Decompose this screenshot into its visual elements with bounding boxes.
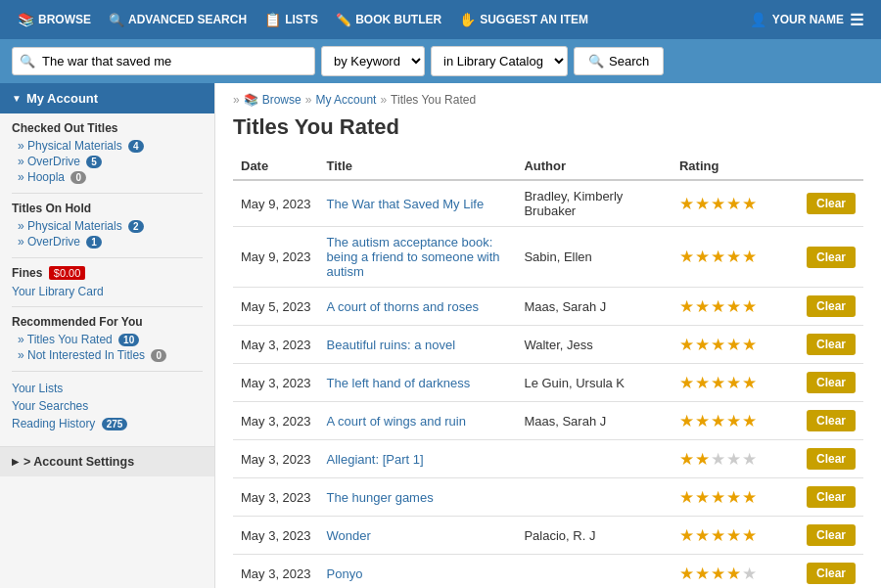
clear-button[interactable]: Clear <box>807 247 856 268</box>
title-link[interactable]: The autism acceptance book: being a frie… <box>327 235 500 279</box>
title-link[interactable]: The War that Saved My Life <box>327 197 485 211</box>
star-filled[interactable]: ★ <box>742 194 757 214</box>
sidebar-item-overdrive[interactable]: » OverDrive 5 <box>12 154 203 169</box>
star-filled[interactable]: ★ <box>742 296 757 317</box>
star-filled[interactable]: ★ <box>679 564 694 584</box>
star-empty[interactable]: ★ <box>742 564 757 584</box>
star-filled[interactable]: ★ <box>742 411 757 431</box>
search-button[interactable]: 🔍 Search <box>574 47 664 75</box>
star-filled[interactable]: ★ <box>679 194 694 214</box>
clear-button[interactable]: Clear <box>807 193 856 214</box>
star-filled[interactable]: ★ <box>726 525 741 546</box>
nav-item-lists[interactable]: 📋 LISTS <box>256 6 326 33</box>
sidebar-item-titles-rated[interactable]: » Titles You Rated 10 <box>12 332 203 347</box>
sidebar-item-not-interested[interactable]: » Not Interested In Titles 0 <box>12 347 203 363</box>
star-filled[interactable]: ★ <box>711 525 725 546</box>
clear-button[interactable]: Clear <box>807 295 856 317</box>
star-filled[interactable]: ★ <box>726 487 741 508</box>
sidebar-item-hold-physical[interactable]: » Physical Materials 2 <box>12 218 203 234</box>
star-filled[interactable]: ★ <box>726 194 741 214</box>
breadcrumb-browse[interactable]: Browse <box>262 93 301 107</box>
star-filled[interactable]: ★ <box>679 247 694 267</box>
nav-item-browse[interactable]: 📚 BROWSE <box>10 6 99 33</box>
star-filled[interactable]: ★ <box>695 247 710 267</box>
title-cell: Wonder <box>319 517 517 555</box>
keyword-select[interactable]: by Keyword by Title by Author by Subject <box>321 46 425 76</box>
star-filled[interactable]: ★ <box>711 564 725 584</box>
sidebar-item-hoopla[interactable]: » Hoopla 0 <box>12 169 203 185</box>
breadcrumb-my-account[interactable]: My Account <box>315 93 376 107</box>
rating-cell: ★★★★★ <box>672 288 799 326</box>
clear-button[interactable]: Clear <box>807 486 856 508</box>
star-filled[interactable]: ★ <box>695 487 710 508</box>
star-filled[interactable]: ★ <box>711 411 725 431</box>
star-filled[interactable]: ★ <box>679 487 694 508</box>
sidebar-my-account-header[interactable]: ▼ My Account <box>0 83 214 113</box>
star-filled[interactable]: ★ <box>726 411 741 431</box>
star-filled[interactable]: ★ <box>726 335 741 355</box>
title-link[interactable]: The left hand of darkness <box>327 376 471 390</box>
star-filled[interactable]: ★ <box>695 449 710 470</box>
star-filled[interactable]: ★ <box>695 525 710 546</box>
star-filled[interactable]: ★ <box>695 194 710 214</box>
clear-button[interactable]: Clear <box>807 334 856 355</box>
star-filled[interactable]: ★ <box>679 449 694 470</box>
title-cell: Beautiful ruins: a novel <box>319 326 517 364</box>
star-filled[interactable]: ★ <box>726 247 741 267</box>
star-filled[interactable]: ★ <box>711 194 725 214</box>
title-link[interactable]: Allegiant: [Part 1] <box>327 452 424 467</box>
star-filled[interactable]: ★ <box>695 373 710 393</box>
star-filled[interactable]: ★ <box>742 247 757 267</box>
star-empty[interactable]: ★ <box>711 449 725 470</box>
clear-button[interactable]: Clear <box>807 448 856 470</box>
title-link[interactable]: Beautiful ruins: a novel <box>327 338 456 352</box>
nav-item-advanced-search[interactable]: 🔍 ADVANCED SEARCH <box>101 7 255 33</box>
star-filled[interactable]: ★ <box>711 335 725 355</box>
star-empty[interactable]: ★ <box>726 449 741 470</box>
title-link[interactable]: A court of wings and ruin <box>327 414 466 429</box>
user-area[interactable]: 👤 YOUR NAME ☰ <box>742 5 871 35</box>
title-link[interactable]: Wonder <box>327 528 371 543</box>
title-link[interactable]: Ponyo <box>327 566 363 581</box>
star-filled[interactable]: ★ <box>711 487 725 508</box>
star-filled[interactable]: ★ <box>679 335 694 355</box>
star-empty[interactable]: ★ <box>742 449 757 470</box>
sidebar-item-hold-overdrive[interactable]: » OverDrive 1 <box>12 234 203 249</box>
star-filled[interactable]: ★ <box>742 487 757 508</box>
sidebar-reading-history[interactable]: Reading History 275 <box>12 415 203 432</box>
star-filled[interactable]: ★ <box>726 564 741 584</box>
star-filled[interactable]: ★ <box>711 296 725 317</box>
star-filled[interactable]: ★ <box>679 411 694 431</box>
title-link[interactable]: A court of thorns and roses <box>327 299 479 314</box>
sidebar-item-physical-materials[interactable]: » Physical Materials 4 <box>12 138 203 154</box>
account-settings[interactable]: ▶ > Account Settings <box>0 446 214 476</box>
library-card-link[interactable]: Your Library Card <box>12 285 104 298</box>
clear-button[interactable]: Clear <box>807 563 856 584</box>
star-filled[interactable]: ★ <box>742 525 757 546</box>
catalog-select[interactable]: in Library Catalog in Everything in eBoo… <box>431 46 568 76</box>
star-filled[interactable]: ★ <box>695 564 710 584</box>
star-filled[interactable]: ★ <box>742 373 757 393</box>
star-filled[interactable]: ★ <box>679 525 694 546</box>
star-filled[interactable]: ★ <box>711 373 725 393</box>
clear-button[interactable]: Clear <box>807 410 856 431</box>
sidebar-your-searches[interactable]: Your Searches <box>12 397 203 415</box>
star-filled[interactable]: ★ <box>726 296 741 317</box>
action-cell: Clear <box>799 227 863 288</box>
nav-item-suggest[interactable]: ✋ SUGGEST AN ITEM <box>451 6 596 33</box>
sidebar-your-lists[interactable]: Your Lists <box>12 380 203 397</box>
star-filled[interactable]: ★ <box>742 335 757 355</box>
star-filled[interactable]: ★ <box>679 296 694 317</box>
title-link[interactable]: The hunger games <box>327 490 434 505</box>
nav-item-book-butler[interactable]: ✏️ BOOK BUTLER <box>328 7 449 33</box>
action-cell: Clear <box>799 180 863 227</box>
star-filled[interactable]: ★ <box>695 411 710 431</box>
star-filled[interactable]: ★ <box>695 335 710 355</box>
clear-button[interactable]: Clear <box>807 524 856 546</box>
star-filled[interactable]: ★ <box>726 373 741 393</box>
clear-button[interactable]: Clear <box>807 372 856 393</box>
star-filled[interactable]: ★ <box>679 373 694 393</box>
star-filled[interactable]: ★ <box>711 247 725 267</box>
star-filled[interactable]: ★ <box>695 296 710 317</box>
search-input[interactable] <box>12 47 315 75</box>
